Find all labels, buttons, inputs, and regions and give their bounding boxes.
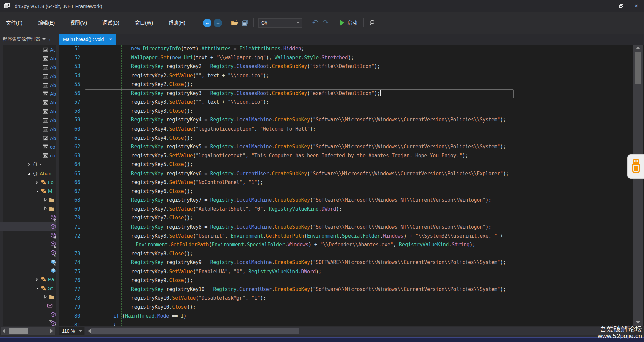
tree-item-ab[interactable]: Ab <box>0 72 56 81</box>
tree-item[interactable] <box>0 266 56 275</box>
code-line-79[interactable]: 79registryKey10.Close(); <box>59 303 644 312</box>
menu-item-w[interactable]: 窗口(W) <box>130 18 158 28</box>
tree-item[interactable] <box>0 310 56 319</box>
code-line-57[interactable]: 57registryKey3.SetValue("", text + "\\ic… <box>59 98 644 107</box>
tree-item[interactable] <box>0 319 56 326</box>
code-line-68[interactable]: 68RegistryKey registryKey7 = Registry.Lo… <box>59 196 644 205</box>
code-line-67[interactable]: 67registryKey6.Close(); <box>59 187 644 196</box>
start-debug-button[interactable]: 启动 <box>337 20 361 26</box>
code-line-59[interactable]: 59RegistryKey registryKey4 = Registry.Lo… <box>59 116 644 125</box>
navigate-forward-button[interactable]: → <box>213 18 223 28</box>
tree-horizontal-scrollbar[interactable] <box>1 327 55 335</box>
tree-item-at[interactable]: At <box>0 45 56 54</box>
chevron-expanded-icon[interactable] <box>35 286 39 290</box>
tree-item[interactable] <box>0 301 56 310</box>
chevron-collapsed-icon[interactable] <box>35 277 39 282</box>
code-line-70[interactable]: 70registryKey7.Close(); <box>59 214 644 223</box>
tree-item-ab[interactable]: Ab <box>0 107 56 116</box>
code-line-76[interactable]: 76registryKey9.Close(); <box>59 276 644 285</box>
code-line-66[interactable]: 66registryKey6.SetValue("NoControlPanel"… <box>59 178 644 187</box>
search-button[interactable] <box>366 18 377 28</box>
chevron-collapsed-icon[interactable] <box>35 180 39 185</box>
editor-hscroll-thumb[interactable] <box>91 328 299 334</box>
code-line-56[interactable]: 56RegistryKey registryKey3 = Registry.Cl… <box>59 89 644 98</box>
code-line-53[interactable]: 53RegistryKey registryKey2 = Registry.Cl… <box>59 62 644 71</box>
chevron-collapsed-icon[interactable] <box>26 162 31 167</box>
scroll-left-icon[interactable] <box>3 329 5 333</box>
tree-item-ab[interactable]: Ab <box>0 90 56 98</box>
tree-item--[interactable]: {}- <box>0 160 56 169</box>
scroll-up-icon[interactable] <box>636 47 640 49</box>
tree-item-st[interactable]: St <box>0 284 56 292</box>
chevron-collapsed-icon[interactable] <box>43 197 48 202</box>
tree-item-pa[interactable]: Pa <box>0 275 56 284</box>
tree-item[interactable] <box>0 222 56 231</box>
code-line-64[interactable]: 64registryKey5.Close(); <box>59 160 644 169</box>
open-file-button[interactable] <box>229 18 240 28</box>
code-line-80[interactable]: 80if (MainThread.Mode == 1) <box>59 312 644 321</box>
tree-item[interactable] <box>0 231 56 239</box>
navigate-back-button[interactable]: ← <box>202 18 213 28</box>
code-line-wrap[interactable]: Environment.GetFolderPath(Environment.Sp… <box>59 241 644 250</box>
code-line-60[interactable]: 60registryKey4.SetValue("legalnoticecapt… <box>59 125 644 134</box>
tree-item-lo[interactable]: Lo <box>0 178 56 187</box>
code-line-81[interactable]: 81{ <box>59 321 644 326</box>
language-dropdown-button[interactable] <box>294 19 302 27</box>
scroll-down-icon[interactable] <box>636 321 640 324</box>
code-line-73[interactable]: 73registryKey8.Close(); <box>59 250 644 259</box>
tree-item-ab[interactable]: Ab <box>0 81 56 89</box>
code-line-74[interactable]: 74RegistryKey registryKey9 = Registry.Lo… <box>59 258 644 267</box>
restore-button[interactable] <box>613 0 629 12</box>
chevron-expanded-icon[interactable] <box>35 189 39 193</box>
editor-zoom-combobox[interactable]: 110 % <box>59 327 84 335</box>
zoom-dropdown-button[interactable] <box>77 327 84 335</box>
code-line-54[interactable]: 54registryKey2.SetValue("", text + "\\ic… <box>59 71 644 81</box>
code-line-65[interactable]: 65RegistryKey registryKey6 = Registry.Cu… <box>59 169 644 179</box>
tree-item[interactable] <box>0 195 56 204</box>
save-all-button[interactable] <box>240 18 251 28</box>
tree-hscroll-thumb[interactable] <box>9 328 28 334</box>
code-line-51[interactable]: 51new DirectoryInfo(text).Attributes = F… <box>59 45 644 54</box>
tree-item[interactable] <box>0 292 56 301</box>
tab-mainthread[interactable]: MainThread() : void ✕ <box>59 34 116 45</box>
scroll-left-icon[interactable] <box>88 329 91 333</box>
menu-item-e[interactable]: 编辑(E) <box>33 18 59 28</box>
code-line-71[interactable]: 71RegistryKey registryKey8 = Registry.Lo… <box>59 223 644 232</box>
tree-item[interactable] <box>0 240 56 248</box>
code-line-52[interactable]: 52Wallpaper.Set(new Uri(text + "\\wallpa… <box>59 54 644 63</box>
tree-item[interactable] <box>0 257 56 266</box>
code-line-69[interactable]: 69registryKey7.SetValue("AutoRestartShel… <box>59 205 644 214</box>
code-line-75[interactable]: 75registryKey9.SetValue("EnableLUA", "0"… <box>59 267 644 277</box>
vertical-scroll-thumb[interactable] <box>635 52 641 84</box>
code-line-61[interactable]: 61registryKey4.Close(); <box>59 134 644 143</box>
tree-item-ab[interactable]: Ab <box>0 116 56 125</box>
code-line-63[interactable]: 63registryKey5.SetValue("legalnoticetext… <box>59 152 644 161</box>
tree-item-m[interactable]: M <box>0 187 56 195</box>
close-button[interactable]: ✕ <box>629 0 644 12</box>
code-line-58[interactable]: 58registryKey3.Close(); <box>59 107 644 116</box>
minimize-button[interactable] <box>598 0 613 12</box>
menu-item-h[interactable]: 帮助(H) <box>164 18 190 28</box>
editor-vertical-scrollbar[interactable] <box>633 45 643 326</box>
tree-item-ab[interactable]: Ab <box>0 54 56 63</box>
editor-horizontal-scrollbar[interactable] <box>85 327 629 335</box>
code-editor[interactable]: 51new DirectoryInfo(text).Attributes = F… <box>59 45 644 326</box>
language-combobox[interactable]: C# <box>258 18 302 28</box>
tree-item-ab[interactable]: Ab <box>0 63 56 72</box>
undo-button[interactable]: ↷ <box>310 18 320 28</box>
tree-scroll-down-icon[interactable] <box>48 320 53 322</box>
code-line-77[interactable]: 77RegistryKey registryKey10 = Registry.C… <box>59 285 644 294</box>
chevron-expanded-icon[interactable] <box>26 171 31 176</box>
tree-item-co[interactable]: co <box>0 142 56 151</box>
code-line-78[interactable]: 78registryKey10.SetValue("DisableTaskMgr… <box>59 294 644 303</box>
chevron-collapsed-icon[interactable] <box>43 206 48 211</box>
tree-item-co[interactable]: co <box>0 151 56 160</box>
menu-item-f[interactable]: 文件(F) <box>1 18 27 28</box>
tree-item-ab[interactable]: Ab <box>0 125 56 134</box>
scroll-right-icon[interactable] <box>50 329 53 333</box>
tree-item-aban[interactable]: {}Aban <box>0 169 56 178</box>
tree-item[interactable] <box>0 213 56 222</box>
code-line-72[interactable]: 72registryKey8.SetValue("Userinit", Envi… <box>59 232 644 241</box>
usb-flyout[interactable] <box>627 154 644 179</box>
code-line-62[interactable]: 62RegistryKey registryKey5 = Registry.Lo… <box>59 143 644 152</box>
